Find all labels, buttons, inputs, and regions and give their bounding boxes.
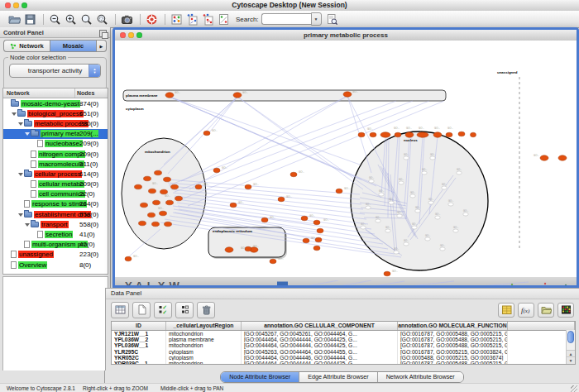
tree-row[interactable]: establishment of lo558(0) [3,209,108,219]
tree-row[interactable]: biological_process651(0) [3,108,108,118]
search-box: ▼ [261,14,322,24]
search-dropdown-arrow[interactable]: ▼ [311,12,322,26]
tree-row[interactable]: cellular process614(0) [3,169,108,179]
svg-text:GO:..: GO:.. [430,153,435,156]
tree-row-label: cellular metabo [38,180,84,188]
tree-row[interactable]: nucleobase-209(0) [3,139,108,149]
attribute-table-icon[interactable] [111,302,129,318]
table-column-header[interactable]: _cellularLayoutRegion [166,322,242,330]
node-color-dropdown[interactable]: transporter activity ▲▼ [9,64,101,78]
layout-alt-icon[interactable] [201,12,215,26]
tree-row[interactable]: cell communica22(0) [3,189,108,199]
table-row[interactable]: YJR121W__1mitochondrion[GO:0045267, GO:0… [112,331,575,337]
svg-text:GO:..: GO:.. [133,255,139,258]
snapshot-icon[interactable] [120,12,134,26]
unselect-attributes-icon[interactable] [175,302,194,318]
tree-row-node-count: 280(0) [79,120,98,127]
layout-icon[interactable] [185,12,199,26]
tree-col-network[interactable]: Network [3,88,74,98]
folder-icon [31,222,39,227]
tree-row[interactable]: mosaic-demo-yeast874(0) [3,98,108,108]
tab-network-attribute-browser[interactable]: Network Attribute Browser [378,372,463,382]
network-frame-titlebar[interactable]: primary metabolic process [115,30,577,41]
formula-icon[interactable]: f(x) [518,303,534,318]
table-column-header[interactable]: annotation.GO MOLECULAR_FUNCTION [398,322,508,330]
disclosure-triangle-icon[interactable] [12,110,17,117]
select-attributes-icon[interactable]: ✓✓ [154,302,172,318]
disclosure-triangle-icon[interactable] [25,221,31,228]
disclosure-triangle-icon[interactable] [18,120,24,127]
search-input[interactable] [261,13,311,25]
network-canvas[interactable]: GO:..GO:..GO:..GO:..GO:..GO:..GO:..GO:..… [115,41,577,277]
svg-text:GO:..: GO:.. [309,214,315,218]
tree-row-node-count: 223(0) [79,251,98,258]
tree-row[interactable]: secretion41(0) [3,229,108,239]
svg-text:GO:..: GO:.. [422,168,427,171]
delete-attribute-icon[interactable] [197,302,215,318]
disclosure-triangle-icon[interactable] [25,130,31,137]
scrollbar-thumb[interactable] [567,331,574,343]
overview-icon[interactable] [170,12,184,26]
attribute-browser-tabs: Node Attribute Browser Edge Attribute Br… [105,370,579,383]
svg-text:GO:..: GO:.. [415,206,420,209]
matrix-icon[interactable] [557,303,574,318]
tree-row[interactable]: macromolecule311(0) [3,159,108,169]
find-network-icon[interactable] [325,12,339,26]
tree-row[interactable]: nitrogen compo209(0) [3,149,108,159]
table-row[interactable]: YDR039C__1mitochondrion[GO:0044464, GO:0… [112,361,575,365]
svg-text:GO:..: GO:.. [203,183,209,186]
new-attribute-icon[interactable] [132,302,151,318]
tab-node-attribute-browser[interactable]: Node Attribute Browser [221,372,299,382]
help-icon[interactable] [145,12,159,26]
tree-row[interactable]: Overview8(0) [3,260,108,270]
file-icon [31,190,36,198]
tree-row[interactable]: response to stimul264(0) [3,199,108,209]
svg-text:YALXW: YALXW [125,280,184,285]
control-panel-tabs: Network Mosaic ▶ [3,40,107,52]
network-graph[interactable]: GO:..GO:..GO:..GO:..GO:..GO:..GO:..GO:..… [115,41,577,277]
save-icon[interactable] [23,12,37,26]
open-icon[interactable] [7,12,22,26]
tree-row[interactable]: metabolic process280(0) [3,118,108,128]
tab-network[interactable]: Network [3,40,50,52]
table-row[interactable]: YPL036W__2plasma membrane[GO:0044464, GO… [112,337,575,342]
disclosure-triangle-icon[interactable] [18,211,24,218]
tree-row[interactable]: primary metabo209(... [3,129,108,139]
tab-overflow-arrow[interactable]: ▶ [97,40,107,52]
table-column-header[interactable]: ID [112,322,166,330]
table-row[interactable]: YKR052Ccytoplasm[GO:0044464, GO:0044446,… [112,355,575,361]
zoom-fit-icon[interactable] [79,12,93,26]
disclosure-triangle-icon[interactable] [18,170,24,178]
tree-row[interactable]: multi-organism pro42(0) [3,240,108,250]
tree-row-label: macromolecule [38,160,84,168]
tree-row-label: unassigned [18,251,54,258]
vizmapper-icon[interactable] [217,12,231,26]
scroll-down-icon[interactable]: ▼ [567,356,575,364]
zoom-selected-icon[interactable] [95,12,109,26]
toolbar-separator [140,14,141,25]
table-row[interactable]: YLR295Ccytoplasm[GO:0045263, GO:0044464,… [112,349,575,355]
attribute-table-body: YJR121W__1mitochondrion[GO:0045267, GO:0… [112,331,575,365]
tree-row[interactable]: transport558(0) [3,219,108,229]
svg-text:GO:..: GO:.. [434,127,440,130]
svg-text:GO:..: GO:.. [399,178,404,181]
tree-row[interactable]: unassigned223(0) [3,250,108,260]
svg-text:GO:..: GO:.. [241,246,246,250]
attribute-batch-icon[interactable] [498,303,514,318]
table-cell: [GO:0016787, GO:0005488, GO:0005215, G..… [398,331,508,337]
toolbar-separator [115,14,116,25]
zoom-out-icon[interactable] [48,12,62,26]
import-attributes-icon[interactable] [538,303,554,318]
tab-mosaic[interactable]: Mosaic [50,40,97,52]
search-label: Search: [236,16,259,23]
tab-edge-attribute-browser[interactable]: Edge Attribute Browser [299,372,378,382]
table-row[interactable]: YPL036W__1mitochondrion[GO:0044464, GO:0… [112,342,575,348]
table-scrollbar[interactable]: ▲ ▼ [566,330,575,364]
tree-col-nodes[interactable]: Nodes [74,88,108,98]
tree-row[interactable]: cellular metabo209(0) [3,179,108,189]
table-column-header[interactable]: annotation.GO CELLULAR_COMPONENT [242,322,398,330]
tree-row-label: biological_process [27,110,84,117]
resize-grip[interactable] [571,385,577,392]
float-panel-icon[interactable] [99,30,107,37]
zoom-in-icon[interactable] [64,12,78,26]
